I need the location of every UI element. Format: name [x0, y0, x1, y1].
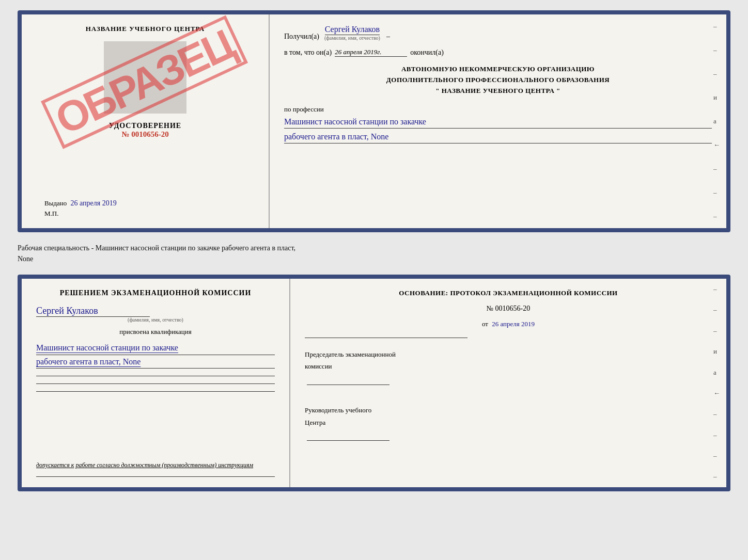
top-document: НАЗВАНИЕ УЧЕБНОГО ЦЕНТРА УДОСТОВЕРЕНИЕ №…: [18, 10, 730, 232]
sig-line-1: [36, 376, 275, 376]
vtom-label: в том, что он(а): [284, 49, 332, 57]
org-block: АВТОНОМНУЮ НЕКОММЕРЧЕСКУЮ ОРГАНИЗАЦИЮ ДО…: [284, 64, 712, 96]
predsedatel-label: Председатель экзаменационной: [305, 348, 712, 360]
udostoverenie-block: УДОСТОВЕРЕНИЕ № 0010656-20: [109, 122, 181, 139]
top-doc-right: Получил(а) Сергей Кулаков (фамилия, имя,…: [270, 14, 726, 228]
top-doc-left: НАЗВАНИЕ УЧЕБНОГО ЦЕНТРА УДОСТОВЕРЕНИЕ №…: [22, 14, 270, 228]
fio-hint-top: (фамилия, имя, отчество): [324, 35, 380, 41]
qualification-line2: рабочего агента в пласт, None: [36, 355, 275, 369]
rukovoditel-label: Руководитель учебного: [305, 404, 712, 416]
okonchil-label: окончил(а): [410, 49, 444, 57]
prisvoena-label: присвоена квалификация: [36, 328, 275, 336]
stamp-area: [104, 41, 186, 114]
decision-title: Решением экзаменационной комиссии: [36, 289, 275, 297]
vydano-line: Выдано 26 апреля 2019: [44, 199, 256, 207]
caption-area: Рабочая специальность - Машинист насосно…: [18, 241, 730, 266]
rukovoditel-block: Руководитель учебного Центра: [305, 404, 712, 444]
poluchil-label: Получил(а): [284, 33, 319, 41]
sig-line-4: [36, 476, 275, 477]
org-line3: " НАЗВАНИЕ УЧЕБНОГО ЦЕНТРА ": [284, 86, 712, 97]
sig-line-2: [36, 383, 275, 384]
caption-line2: None: [18, 253, 730, 264]
vydano-label: Выдано: [44, 199, 67, 207]
dopuskaetsya-value: работе согласно должностным (производств…: [75, 461, 253, 469]
protocol-number: № 0010656-20: [305, 305, 712, 313]
profession-line1: Машинист насосной станции по закачке: [284, 116, 712, 129]
vydano-date: 26 апреля 2019: [71, 199, 117, 207]
centra-label: Центра: [305, 417, 712, 428]
right-dashes-top: – – – и а ← – – –: [713, 14, 720, 228]
protocol-date-value: 26 апреля 2019: [492, 320, 535, 328]
komissii-label: комиссии: [305, 360, 712, 372]
vtom-date: 26 апреля 2019г.: [335, 48, 407, 57]
mp-line: М.П.: [44, 210, 256, 218]
rukovoditel-sig-line: [307, 440, 389, 441]
po-professii-block: по профессии Машинист насосной станции п…: [284, 105, 712, 143]
predsedatel-block: Председатель экзаменационной комиссии: [305, 348, 712, 389]
org-line2: ДОПОЛНИТЕЛЬНОГО ПРОФЕССИОНАЛЬНОГО ОБРАЗО…: [284, 75, 712, 86]
institution-title-top: НАЗВАНИЕ УЧЕБНОГО ЦЕНТРА: [86, 25, 205, 33]
caption-line1: Рабочая специальность - Машинист насосно…: [18, 243, 730, 253]
dopuskaetsya-label: допускается к: [36, 461, 74, 469]
vtom-row: в том, что он(а) 26 апреля 2019г. окончи…: [284, 48, 712, 57]
ot-label: от: [482, 320, 488, 328]
dash-separator: –: [386, 33, 390, 41]
udostoverenie-title: УДОСТОВЕРЕНИЕ: [109, 122, 181, 130]
udostoverenie-number: № 0010656-20: [109, 130, 181, 139]
dopuskaetsya-block: допускается к работе согласно должностны…: [36, 457, 275, 469]
predsedatel-sig-line: [307, 385, 389, 385]
qualification-line1: Машинист насосной станции по закачке: [36, 341, 275, 355]
sig-line-3: [36, 391, 275, 392]
osnovanie-label: Основание: протокол экзаменационной коми…: [305, 289, 712, 297]
poluchil-row: Получил(а) Сергей Кулаков (фамилия, имя,…: [284, 25, 712, 41]
bottom-doc-left: Решением экзаменационной комиссии Сергей…: [22, 279, 290, 487]
person-name-bottom: Сергей Кулаков: [36, 306, 150, 317]
po-professii-label: по профессии: [284, 105, 324, 113]
protocol-date: от 26 апреля 2019: [305, 320, 712, 328]
bottom-document: Решением экзаменационной комиссии Сергей…: [18, 275, 730, 491]
right-sig-line-1: [305, 338, 467, 338]
bottom-doc-right: Основание: протокол экзаменационной коми…: [290, 279, 726, 487]
right-dashes-bottom: – – – и а ← – – – –: [713, 279, 720, 487]
org-line1: АВТОНОМНУЮ НЕКОММЕРЧЕСКУЮ ОРГАНИЗАЦИЮ: [284, 64, 712, 75]
qualification-block: Машинист насосной станции по закачке раб…: [36, 341, 275, 369]
fio-hint-bottom: (фамилия, имя, отчество): [36, 317, 275, 323]
profession-line2: рабочего агента в пласт, None: [284, 131, 712, 143]
person-name-top: Сергей Кулаков: [325, 25, 380, 35]
